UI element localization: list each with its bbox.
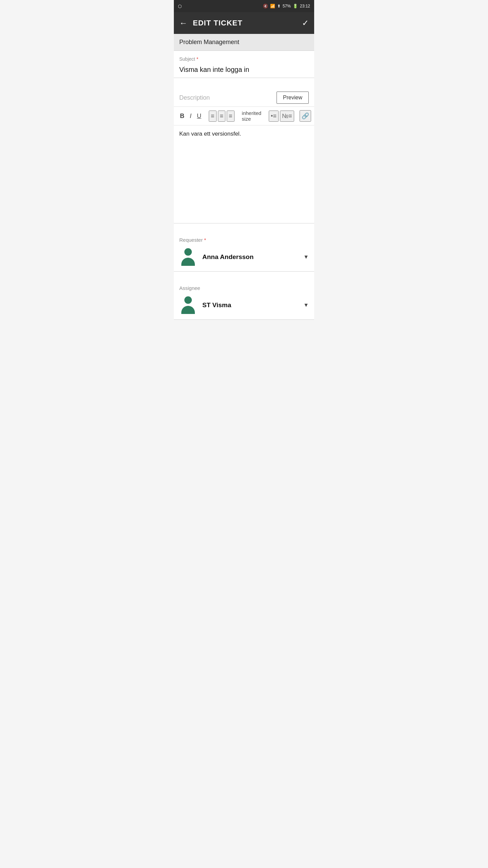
gap-after-requester (174, 272, 314, 280)
align-center-button[interactable]: ≡ (218, 111, 226, 122)
assignee-avatar-head (184, 296, 192, 304)
status-bar: ⬡ 🔇 📶 ⬆ 57% 🔋 23:12 (174, 0, 314, 12)
underline-button[interactable]: U (195, 111, 203, 121)
page-title: EDIT TICKET (193, 19, 302, 27)
avatar-body (181, 258, 195, 266)
bluetooth-icon: 🔇 (263, 4, 268, 8)
section-header: Problem Management (174, 34, 314, 51)
format-toolbar: B I U ≡ ≡ ≡ inherited size •≡ №≡ 🔗 (174, 106, 314, 125)
status-icons: 🔇 📶 ⬆ 57% 🔋 23:12 (263, 4, 310, 8)
description-label: Description (179, 94, 210, 101)
form-area: Subject* Visma kan inte logga in Descrip… (174, 51, 314, 320)
save-check-button[interactable]: ✓ (302, 18, 309, 28)
bullet-list-button[interactable]: •≡ (269, 111, 279, 122)
link-button[interactable]: 🔗 (300, 110, 311, 122)
requester-name: Anna Andersson (202, 253, 303, 261)
assignee-dropdown-icon[interactable]: ▼ (303, 302, 309, 308)
align-right-button[interactable]: ≡ (227, 111, 235, 122)
requester-label: Requester* (179, 237, 309, 243)
subject-field: Subject* Visma kan inte logga in (174, 51, 314, 78)
gap-after-description (174, 223, 314, 232)
subject-label: Subject* (179, 56, 309, 62)
assignee-field: Assignee ST Visma ▼ (174, 280, 314, 319)
assignee-name: ST Visma (202, 301, 303, 309)
bold-button[interactable]: B (178, 111, 186, 121)
battery-icon: 🔋 (293, 4, 298, 8)
description-header: Description Preview (174, 86, 314, 106)
requester-avatar (179, 248, 197, 266)
back-button[interactable]: ← (179, 18, 187, 28)
align-left-button[interactable]: ≡ (209, 111, 217, 122)
requester-required: * (204, 237, 206, 243)
requester-field: Requester* Anna Andersson ▼ (174, 232, 314, 271)
description-content[interactable]: Kan vara ett versionsfel. (174, 125, 314, 220)
wifi-icon: 📶 (270, 4, 275, 8)
avatar-head (184, 248, 192, 256)
gap-after-subject (174, 78, 314, 86)
italic-button[interactable]: I (188, 111, 194, 121)
subject-required: * (197, 56, 198, 62)
assignee-label: Assignee (179, 285, 309, 291)
clock: 23:12 (300, 4, 310, 8)
app-icon: ⬡ (178, 4, 182, 9)
toolbar: ← EDIT TICKET ✓ (174, 12, 314, 34)
battery-percent: 57% (283, 4, 291, 8)
subject-value[interactable]: Visma kan inte logga in (179, 63, 309, 78)
assignee-avatar-body (181, 306, 195, 314)
assignee-row[interactable]: ST Visma ▼ (179, 294, 309, 319)
assignee-divider (174, 319, 314, 320)
assignee-avatar (179, 296, 197, 314)
signal-icon: ⬆ (277, 4, 281, 8)
preview-button[interactable]: Preview (277, 92, 309, 104)
requester-dropdown-icon[interactable]: ▼ (303, 254, 309, 260)
numbered-list-button[interactable]: №≡ (280, 111, 294, 122)
requester-row[interactable]: Anna Andersson ▼ (179, 245, 309, 271)
font-size-selector[interactable]: inherited size (240, 109, 264, 123)
